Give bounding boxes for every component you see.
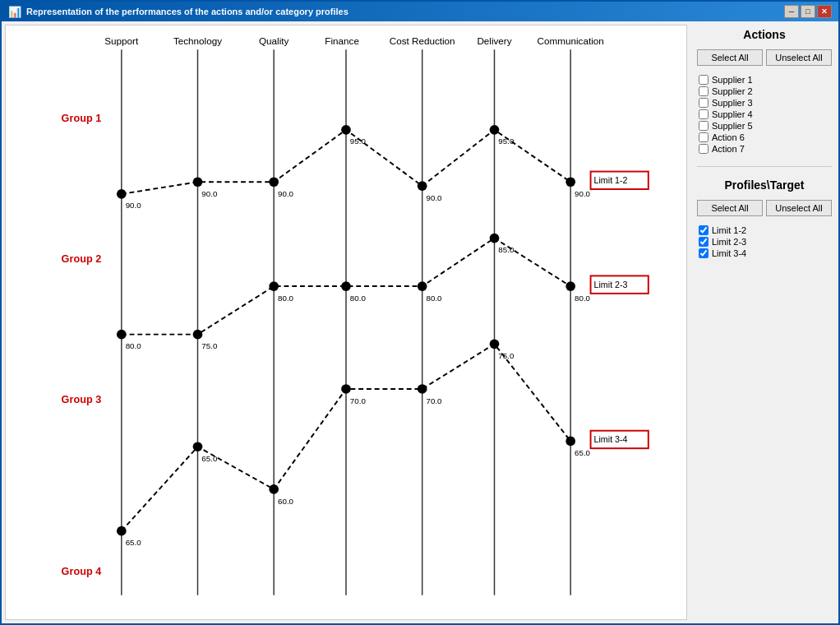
- axis-label-support: Support: [104, 35, 139, 46]
- limit-2-3-point-0: [117, 330, 127, 340]
- svg-text:95.0: 95.0: [350, 137, 367, 146]
- svg-text:80.0: 80.0: [575, 294, 591, 303]
- limit-2-3-point-1: [193, 330, 203, 340]
- actions-btn-row: Select All Unselect All: [697, 49, 832, 66]
- action-label-action6: Action 6: [712, 132, 745, 142]
- action-label-action7: Action 7: [712, 144, 745, 154]
- limit-3-4-point-1: [193, 442, 203, 451]
- action-checkbox-action7[interactable]: [699, 144, 708, 154]
- action-checkbox-supplier2[interactable]: [699, 86, 708, 96]
- action-checkbox-supplier5[interactable]: [699, 121, 708, 131]
- axis-label-technology: Technology: [173, 35, 222, 46]
- limit-1-2-point-6: [565, 177, 575, 187]
- action-label-supplier5: Supplier 5: [712, 121, 753, 131]
- svg-text:80.0: 80.0: [126, 341, 142, 350]
- limit-3-4-box-text: Limit 3-4: [593, 434, 627, 444]
- action-checkbox-supplier4[interactable]: [699, 109, 708, 119]
- svg-text:80.0: 80.0: [350, 294, 367, 303]
- actions-unselect-all-button[interactable]: Unselect All: [766, 49, 832, 66]
- action-checkbox-action6[interactable]: [699, 132, 708, 142]
- limit-2-3-point-3: [341, 281, 351, 291]
- svg-text:90.0: 90.0: [575, 189, 591, 198]
- svg-text:65.0: 65.0: [201, 454, 218, 463]
- limit-2-3-point-6: [565, 281, 575, 291]
- svg-text:70.0: 70.0: [350, 396, 367, 405]
- svg-text:95.0: 95.0: [498, 137, 515, 146]
- profile-item-limit-2-3: Limit 2-3: [697, 236, 832, 248]
- svg-text:90.0: 90.0: [126, 201, 142, 210]
- profile-checkbox-limit-3-4[interactable]: [699, 248, 708, 258]
- group-4-label: Group 4: [62, 566, 102, 577]
- limit-2-3-point-5: [490, 234, 500, 243]
- action-label-supplier4: Supplier 4: [712, 109, 753, 119]
- action-item-supplier4: Supplier 4: [697, 109, 832, 120]
- window-title: Representation of the performances of th…: [26, 7, 348, 16]
- chart-svg: Support Technology Quality Finance Cost …: [6, 25, 686, 619]
- limit-2-3-box-text: Limit 2-3: [593, 280, 627, 289]
- svg-text:90.0: 90.0: [278, 189, 294, 198]
- title-bar: 📊 Representation of the performances of …: [2, 2, 838, 21]
- svg-text:65.0: 65.0: [575, 448, 591, 457]
- actions-select-all-button[interactable]: Select All: [697, 49, 763, 66]
- action-label-supplier1: Supplier 1: [712, 75, 753, 85]
- profiles-btn-row: Select All Unselect All: [697, 200, 832, 216]
- axis-label-cost-reduction: Cost Reduction: [390, 35, 455, 46]
- svg-text:70.0: 70.0: [427, 396, 443, 405]
- limit-1-2-point-4: [418, 181, 427, 191]
- chart-area: Support Technology Quality Finance Cost …: [5, 25, 687, 620]
- limit-1-2-point-5: [490, 125, 500, 135]
- limit-1-2-box-text: Limit 1-2: [593, 175, 627, 185]
- svg-text:80.0: 80.0: [427, 294, 443, 303]
- limit-3-4-point-6: [565, 437, 575, 447]
- action-checkbox-supplier3[interactable]: [699, 98, 708, 108]
- svg-text:90.0: 90.0: [201, 189, 218, 198]
- action-item-supplier1: Supplier 1: [697, 74, 832, 86]
- action-label-supplier3: Supplier 3: [712, 98, 753, 108]
- action-checkbox-supplier1[interactable]: [699, 75, 708, 85]
- action-item-action6: Action 6: [697, 132, 832, 143]
- svg-text:80.0: 80.0: [278, 294, 294, 303]
- maximize-button[interactable]: □: [801, 5, 815, 18]
- main-window: 📊 Representation of the performances of …: [0, 0, 840, 625]
- profile-checkbox-limit-2-3[interactable]: [699, 237, 708, 247]
- limit-1-2-point-2: [269, 177, 279, 187]
- axis-label-delivery: Delivery: [477, 35, 511, 46]
- profile-item-limit-1-2: Limit 1-2: [697, 225, 832, 236]
- axis-label-quality: Quality: [259, 35, 289, 46]
- group-2-label: Group 2: [62, 253, 102, 265]
- limit-1-2-point-3: [341, 125, 351, 135]
- svg-text:75.0: 75.0: [201, 341, 218, 350]
- action-items-list: Supplier 1 Supplier 2 Supplier 3 Supplie…: [697, 74, 832, 155]
- profile-checkbox-limit-1-2[interactable]: [699, 225, 708, 235]
- group-1-label: Group 1: [62, 113, 102, 124]
- action-item-supplier5: Supplier 5: [697, 120, 832, 132]
- limit-2-3-point-4: [418, 281, 427, 291]
- limit-3-4-point-4: [418, 384, 427, 394]
- svg-text:60.0: 60.0: [278, 497, 294, 506]
- action-item-action7: Action 7: [697, 143, 832, 155]
- limit-3-4-point-2: [269, 484, 279, 494]
- group-3-label: Group 3: [62, 394, 102, 405]
- profile-label-limit-1-2: Limit 1-2: [712, 225, 746, 235]
- limit-3-4-point-3: [341, 384, 351, 394]
- limit-1-2-point-1: [193, 177, 203, 187]
- profile-item-limit-3-4: Limit 3-4: [697, 248, 832, 259]
- limit-2-3-point-2: [269, 281, 279, 291]
- action-item-supplier3: Supplier 3: [697, 97, 832, 109]
- sidebar-divider: [697, 166, 832, 167]
- window-controls: ─ □ ✕: [784, 5, 832, 18]
- svg-text:75.0: 75.0: [498, 351, 515, 360]
- limit-1-2-point-0: [117, 189, 127, 199]
- profile-items-list: Limit 1-2 Limit 2-3 Limit 3-4: [697, 225, 832, 259]
- limit-3-4-point-0: [117, 526, 127, 536]
- profiles-unselect-all-button[interactable]: Unselect All: [766, 200, 832, 216]
- profile-label-limit-2-3: Limit 2-3: [712, 237, 746, 247]
- axis-label-communication: Communication: [538, 35, 604, 46]
- minimize-button[interactable]: ─: [784, 5, 799, 18]
- close-button[interactable]: ✕: [817, 5, 832, 18]
- limit-3-4-point-5: [490, 339, 500, 349]
- profiles-select-all-button[interactable]: Select All: [697, 200, 763, 216]
- actions-section-title: Actions: [697, 28, 832, 41]
- svg-text:85.0: 85.0: [498, 245, 515, 254]
- profiles-section-title: Profiles\Target: [697, 178, 832, 192]
